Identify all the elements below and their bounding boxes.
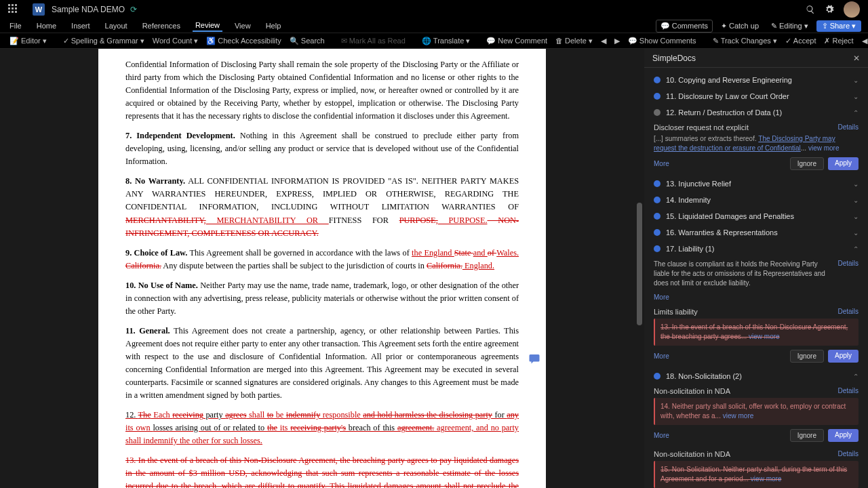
red-excerpt: 14. Neither party shall solicit, offer w…	[654, 398, 859, 425]
red-excerpt: 15. Non-Solicitation. Neither party shal…	[654, 461, 859, 488]
view-more-link[interactable]: view more	[808, 144, 840, 152]
apply-button[interactable]: Apply	[828, 429, 859, 442]
wordcount-button[interactable]: Word Count ▾	[150, 35, 201, 47]
comment-indicator[interactable]	[528, 352, 540, 365]
ignore-button[interactable]: Ignore	[790, 429, 824, 442]
scrollbar[interactable]	[635, 49, 644, 488]
section-11[interactable]: 11. Disclosure by Law or Court Order⌄	[644, 88, 868, 104]
sub-title: Non-solicitation in NDA	[654, 450, 730, 458]
section-17-content: The clause is compliant as it holds the …	[644, 257, 868, 368]
ignore-button[interactable]: Ignore	[790, 350, 824, 363]
view-more-link[interactable]: view more	[723, 412, 754, 420]
more-link[interactable]: More	[654, 293, 669, 301]
gear-icon[interactable]	[825, 5, 834, 14]
new-comment-button[interactable]: 💬 New Comment	[484, 35, 550, 47]
para-9: 9. Choice of Law. This Agreement shall b…	[125, 247, 519, 272]
ribbon: 📝 Editor ▾ ✓ Spelling & Grammar ▾ Word C…	[0, 33, 868, 49]
tab-insert[interactable]: Insert	[68, 20, 93, 31]
excerpt-text: [...] summaries or extracts thereof. The…	[654, 134, 859, 153]
avatar[interactable]	[844, 1, 860, 18]
simpledocs-panel: SimpleDocs ✕ 10. Copying and Reverse Eng…	[644, 49, 868, 488]
doc-title: Sample NDA DEMO	[52, 5, 125, 14]
more-link[interactable]: More	[654, 352, 669, 360]
para-12: 12. The Each receiving party agrees shal…	[125, 409, 519, 447]
apps-icon[interactable]	[8, 4, 19, 15]
mark-read-button: ✉ Mark All as Read	[338, 35, 408, 47]
para-13: 13. In the event of a breach of this Non…	[125, 454, 519, 488]
word-icon[interactable]: W	[33, 3, 45, 16]
show-comments-button[interactable]: 💬 Show Comments	[625, 35, 699, 47]
titlebar: W Sample NDA DEMO ⟳	[0, 0, 868, 19]
section-15[interactable]: 15. Liquidated Damages and Penalties⌄	[644, 208, 868, 224]
next-comment-button[interactable]: ▶	[612, 35, 623, 47]
ignore-button[interactable]: Ignore	[790, 157, 824, 170]
section-14[interactable]: 14. Indemnity⌄	[644, 192, 868, 208]
section-17[interactable]: 17. Liability (1)⌃	[644, 241, 868, 257]
section-16[interactable]: 16. Warranties & Representations⌄	[644, 224, 868, 241]
sub-title: Discloser request not explicit	[654, 123, 749, 131]
para-8: 8. No Warranty. ALL CONFIDENTIAL INFORMA…	[125, 175, 519, 239]
section-12-content: Discloser request not explicitDetails [.…	[644, 121, 868, 176]
editor-button[interactable]: 📝 Editor ▾	[7, 35, 50, 47]
red-excerpt: 13. In the event of a breach of this Non…	[654, 319, 859, 346]
tab-view[interactable]: View	[232, 20, 254, 31]
saved-icon: ⟳	[130, 5, 137, 14]
more-link[interactable]: More	[654, 160, 669, 167]
sub-title: Non-solicitation in NDA	[654, 387, 730, 395]
spelling-button[interactable]: ✓ Spelling & Grammar ▾	[60, 35, 147, 47]
section-18-content-2: Non-solicitation in NDADetails 15. Non-S…	[644, 447, 868, 488]
panel-title: SimpleDocs	[652, 54, 696, 63]
details-link[interactable]: Details	[837, 387, 859, 395]
details-link[interactable]: Details	[837, 260, 859, 267]
section-18[interactable]: 18. Non-Solicitation (2)⌃	[644, 368, 868, 384]
apply-button[interactable]: Apply	[828, 350, 859, 363]
tab-help[interactable]: Help	[263, 20, 284, 31]
tab-references[interactable]: References	[140, 20, 183, 31]
search-icon[interactable]	[806, 5, 815, 14]
sub-title: Limits liability	[654, 308, 698, 316]
delete-button[interactable]: 🗑 Delete ▾	[553, 35, 595, 47]
share-button[interactable]: ⇪ Share ▾	[816, 20, 861, 32]
details-link[interactable]: Details	[837, 450, 859, 458]
track-changes-button[interactable]: ✎ Track Changes ▾	[710, 35, 780, 47]
menubar: File Home Insert Layout References Revie…	[0, 19, 868, 33]
comments-button[interactable]: 💬 Comments	[656, 20, 713, 33]
details-link[interactable]: Details	[837, 308, 859, 316]
para-10: 10. No Use of Name. Neither Party may us…	[125, 279, 519, 318]
section-10[interactable]: 10. Copying and Reverse Engineering⌄	[644, 72, 868, 88]
view-more-link[interactable]: view more	[749, 333, 780, 340]
apply-button[interactable]: Apply	[828, 157, 859, 170]
document-area[interactable]: Confidential Information of Disclosing P…	[0, 49, 644, 488]
tab-home[interactable]: Home	[34, 20, 59, 31]
reject-button[interactable]: ✗ Reject	[821, 35, 856, 47]
catchup-button[interactable]: ✦ Catch up	[717, 20, 763, 32]
page[interactable]: Confidential Information of Disclosing P…	[98, 49, 546, 488]
compliance-text: The clause is compliant as it holds the …	[654, 260, 832, 288]
tab-file[interactable]: File	[7, 20, 24, 31]
para-6: Confidential Information of Disclosing P…	[125, 58, 519, 123]
section-12[interactable]: 12. Return / Destruction of Data (1)⌃	[644, 104, 868, 121]
prev-change-button[interactable]: ◀	[859, 35, 868, 47]
search-button[interactable]: 🔍 Search	[287, 35, 328, 47]
translate-button[interactable]: 🌐 Translate ▾	[419, 35, 473, 47]
section-18-content-1: Non-solicitation in NDADetails 14. Neith…	[644, 384, 868, 447]
details-link[interactable]: Details	[837, 123, 859, 131]
editing-button[interactable]: ✎ Editing ▾	[767, 20, 812, 32]
accessibility-button[interactable]: ♿ Check Accessibility	[203, 35, 284, 47]
prev-comment-button[interactable]: ◀	[598, 35, 609, 47]
section-13[interactable]: 13. Injunctive Relief⌄	[644, 176, 868, 192]
view-more-link[interactable]: view more	[751, 475, 782, 483]
para-7: 7. Independent Development. Nothing in t…	[125, 129, 519, 168]
accept-button[interactable]: ✓ Accept	[783, 35, 819, 47]
tab-layout[interactable]: Layout	[102, 20, 130, 31]
tab-review[interactable]: Review	[193, 20, 222, 32]
more-link[interactable]: More	[654, 432, 669, 439]
para-11: 11. General. This Agreement does not cre…	[125, 325, 519, 402]
close-panel-button[interactable]: ✕	[853, 54, 860, 63]
